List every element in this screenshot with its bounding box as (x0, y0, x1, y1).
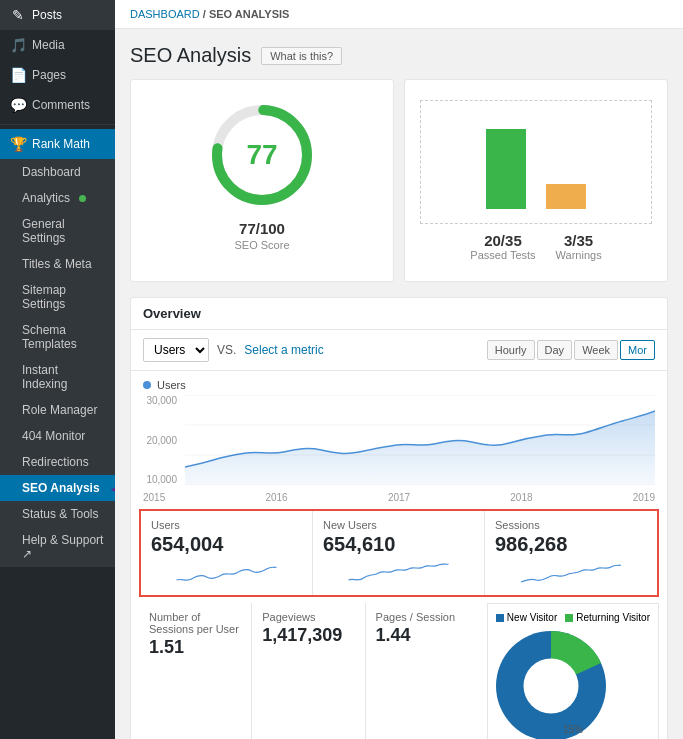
sidebar-item-label: Comments (32, 98, 90, 112)
pageviews-value: 1,417,309 (262, 625, 354, 646)
test-results-card: 20/35 Passed Tests 3/35 Warnings (404, 79, 668, 282)
seo-score-card: 77 77/100 SEO Score (130, 79, 394, 282)
breadcrumb-current: SEO ANALYSIS (209, 8, 290, 20)
select-metric[interactable]: Select a metric (244, 343, 323, 357)
period-day[interactable]: Day (537, 340, 573, 360)
sidebar-submenu: Dashboard Analytics General Settings Tit… (0, 159, 115, 567)
analytics-dot (79, 195, 86, 202)
stat-sessions-per-user: Number of Sessions per User 1.51 (139, 603, 252, 739)
seo-score-label: 77/100 (239, 220, 285, 237)
legend-label: Users (157, 379, 186, 391)
period-buttons: Hourly Day Week Mor (487, 340, 655, 360)
passed-score: 20/35 (484, 232, 522, 249)
sidebar-item-media[interactable]: 🎵 Media (0, 30, 115, 60)
sidebar-item-help[interactable]: Help & Support ↗ (0, 527, 115, 567)
stat-pages-per-session: Pages / Session 1.44 (366, 603, 479, 739)
x-label-2019: 2019 (633, 492, 655, 503)
content-area: SEO Analysis What is this? 77 77/100 SEO… (115, 29, 683, 739)
comments-icon: 💬 (10, 97, 26, 113)
stat-new-users: New Users 654,610 (313, 511, 485, 595)
submenu-label: Titles & Meta (22, 257, 92, 271)
submenu-label: Role Manager (22, 403, 97, 417)
x-label-2018: 2018 (510, 492, 532, 503)
passed-bar (486, 129, 526, 209)
pie-label-returning: Returning Visitor (576, 612, 650, 623)
donut-score: 77 (246, 139, 277, 171)
bars-row (431, 109, 641, 209)
chart-with-y: 30,000 20,000 10,000 (143, 395, 655, 488)
stat-pageviews: Pageviews 1,417,309 (252, 603, 365, 739)
metric-select[interactable]: Users (143, 338, 209, 362)
x-label-2015: 2015 (143, 492, 165, 503)
users-sparkline (151, 560, 302, 588)
period-week[interactable]: Week (574, 340, 618, 360)
period-hourly[interactable]: Hourly (487, 340, 535, 360)
arrow-icon: ◀ (111, 479, 115, 498)
vs-label: VS. (217, 343, 236, 357)
seo-score-sub: SEO Score (234, 239, 289, 251)
passed-sub: Passed Tests (470, 249, 535, 261)
overview-header: Overview (131, 298, 667, 330)
main-content: DASHBOARD / SEO ANALYSIS SEO Analysis Wh… (115, 0, 683, 739)
svg-point-7 (523, 659, 578, 714)
stat-users-label: Users (151, 519, 302, 531)
bottom-stats-row: Number of Sessions per User 1.51 Pagevie… (139, 603, 659, 739)
stat-users: Users 654,004 (141, 511, 313, 595)
sidebar-item-seo-analysis[interactable]: SEO Analysis ◀ (0, 475, 115, 501)
y-label-10k: 10,000 (143, 474, 177, 485)
overview-toolbar: Users VS. Select a metric Hourly Day Wee… (131, 330, 667, 371)
media-icon: 🎵 (10, 37, 26, 53)
line-chart-svg (185, 395, 655, 485)
sidebar-item-status-tools[interactable]: Status & Tools (0, 501, 115, 527)
bar-chart: 20/35 Passed Tests 3/35 Warnings (420, 100, 652, 261)
normal-stats: Number of Sessions per User 1.51 Pagevie… (139, 603, 479, 739)
sidebar-divider (0, 124, 115, 125)
sidebar-item-posts[interactable]: ✎ Posts (0, 0, 115, 30)
sessions-per-user-label: Number of Sessions per User (149, 611, 241, 635)
pie-dot-returning (565, 614, 573, 622)
chart-area: Users 30,000 20,000 10,000 (131, 371, 667, 492)
what-is-button[interactable]: What is this? (261, 47, 342, 65)
sidebar-item-schema[interactable]: Schema Templates (0, 317, 115, 357)
sidebar-item-redirections[interactable]: Redirections (0, 449, 115, 475)
sidebar-item-comments[interactable]: 💬 Comments (0, 90, 115, 120)
overview-section: Overview Users VS. Select a metric Hourl… (130, 297, 668, 739)
submenu-label: Schema Templates (22, 323, 105, 351)
pie-dot-new-visitor (496, 614, 504, 622)
sidebar-item-instant-indexing[interactable]: Instant Indexing (0, 357, 115, 397)
line-chart-container (185, 395, 655, 488)
submenu-label: Redirections (22, 455, 89, 469)
new-users-sparkline (323, 560, 474, 588)
stat-new-users-label: New Users (323, 519, 474, 531)
warnings-sub: Warnings (556, 249, 602, 261)
sidebar-item-analytics[interactable]: Analytics (0, 185, 115, 211)
sidebar-item-sitemap[interactable]: Sitemap Settings (0, 277, 115, 317)
pie-legend: New Visitor Returning Visitor (496, 612, 650, 623)
stat-users-value: 654,004 (151, 533, 302, 556)
warning-bar (546, 184, 586, 209)
posts-icon: ✎ (10, 7, 26, 23)
highlighted-stats: Users 654,004 New Users 654,610 Sessions… (139, 509, 659, 597)
submenu-label: 404 Monitor (22, 429, 85, 443)
submenu-label: Analytics (22, 191, 70, 205)
rankmath-label: Rank Math (32, 137, 90, 151)
pie-label-new: New Visitor (507, 612, 557, 623)
breadcrumb-dashboard[interactable]: DASHBOARD (130, 8, 200, 20)
period-more[interactable]: Mor (620, 340, 655, 360)
sidebar-item-rankmath[interactable]: 🏆 Rank Math (0, 129, 115, 159)
sidebar-item-titles-meta[interactable]: Titles & Meta (0, 251, 115, 277)
pie-svg (496, 631, 606, 739)
y-axis-labels: 30,000 20,000 10,000 (143, 395, 181, 485)
submenu-label: Instant Indexing (22, 363, 105, 391)
submenu-label: General Settings (22, 217, 105, 245)
page-title: SEO Analysis (130, 44, 251, 67)
sidebar-item-dashboard[interactable]: Dashboard (0, 159, 115, 185)
sidebar-item-404[interactable]: 404 Monitor (0, 423, 115, 449)
pie-legend-returning: Returning Visitor (565, 612, 650, 623)
sidebar-item-role-manager[interactable]: Role Manager (0, 397, 115, 423)
chart-legend: Users (143, 379, 655, 391)
sidebar-item-general-settings[interactable]: General Settings (0, 211, 115, 251)
sidebar-item-pages[interactable]: 📄 Pages (0, 60, 115, 90)
stat-sessions: Sessions 986,268 (485, 511, 657, 595)
submenu-label: SEO Analysis (22, 481, 100, 495)
